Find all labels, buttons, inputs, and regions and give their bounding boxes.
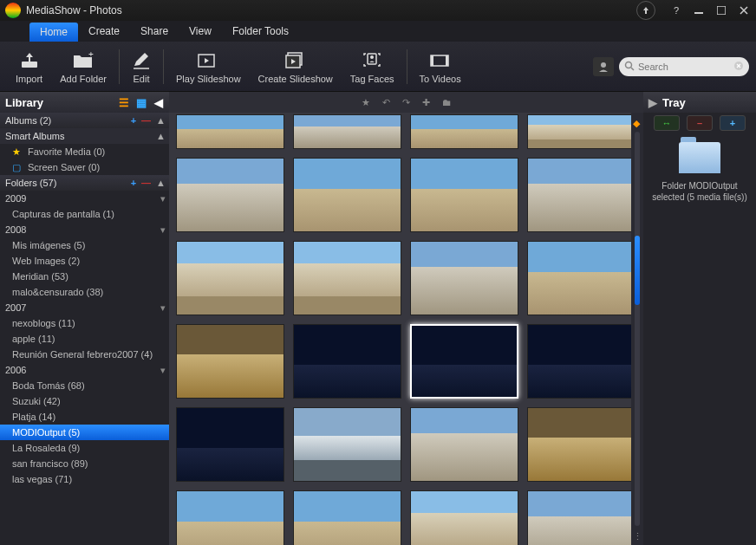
albums-section[interactable]: Albums (2) +—▲ [0, 113, 169, 128]
tag-faces-button[interactable]: Tag Faces [342, 42, 403, 91]
svg-point-8 [370, 55, 374, 59]
thumbnail[interactable] [527, 241, 635, 315]
remove-album-icon[interactable]: — [141, 115, 151, 126]
thumbnail[interactable] [410, 490, 518, 545]
tray-remove-button[interactable]: – [687, 115, 713, 131]
collapse-icon[interactable]: ▲ [156, 178, 166, 188]
thumbnail[interactable] [176, 407, 284, 482]
thumbnail[interactable] [293, 241, 401, 315]
tray-panel: ▶ Tray ↔ – + Folder MODIOutput selected … [643, 92, 756, 545]
sidebar: Library ☰ ▦ ◀ Albums (2) +—▲ Smart Album… [0, 92, 169, 545]
folder-item[interactable]: Web Images (2) [0, 253, 169, 269]
menu-create[interactable]: Create [78, 21, 130, 42]
tray-add-button[interactable]: ↔ [654, 115, 680, 131]
folder-year[interactable]: 2007▾ [0, 300, 169, 315]
thumbnail[interactable] [176, 158, 284, 232]
play-slideshow-label: Play Slideshow [176, 74, 241, 84]
thumbnail[interactable] [527, 114, 635, 149]
edit-button[interactable]: Edit [123, 42, 160, 91]
collapse-icon[interactable]: ▲ [156, 115, 166, 126]
folder-item[interactable]: nexoblogs (11) [0, 315, 169, 331]
upload-button[interactable] [636, 1, 655, 20]
view-list-icon[interactable]: ☰ [117, 95, 131, 109]
thumbnail[interactable] [527, 158, 635, 232]
folder-item[interactable]: las vegas (71) [0, 471, 169, 487]
create-slideshow-button[interactable]: Create Slideshow [250, 42, 342, 91]
folder-item[interactable]: Reunión General febrero2007 (4) [0, 347, 169, 362]
favorite-icon[interactable]: ★ [362, 97, 370, 108]
folders-section[interactable]: Folders (57) +—▲ [0, 175, 169, 191]
folder-item[interactable]: san francisco (89) [0, 456, 169, 471]
timeline-scrollbar[interactable]: ◆ ⋮ [631, 113, 643, 545]
svg-rect-2 [22, 62, 37, 68]
search-input[interactable] [619, 57, 749, 76]
minimize-button[interactable] [692, 3, 706, 17]
rotate-left-icon[interactable]: ↶ [382, 97, 390, 108]
folder-item[interactable]: Meridian (53) [0, 269, 169, 284]
folder-item[interactable]: Capturas de pantalla (1) [0, 206, 169, 222]
thumbnail[interactable] [410, 114, 518, 149]
thumbnail-selected[interactable] [410, 324, 518, 399]
folder-item[interactable]: apple (11) [0, 331, 169, 347]
add-album-icon[interactable]: + [131, 115, 136, 126]
folder-item[interactable]: malo&censurado (38) [0, 284, 169, 300]
collapse-sidebar-icon[interactable]: ◀ [152, 95, 166, 109]
thumbnail[interactable] [410, 241, 518, 315]
expand-tray-icon[interactable]: ▶ [648, 96, 657, 109]
thumbnail[interactable] [176, 114, 284, 149]
folder-item[interactable]: Boda Tomás (68) [0, 378, 169, 393]
folder-item[interactable]: La Rosaleda (9) [0, 440, 169, 456]
thumbnail[interactable] [176, 324, 284, 399]
collapse-icon[interactable]: ▲ [156, 131, 166, 141]
thumbnail[interactable] [293, 324, 401, 399]
maximize-button[interactable] [714, 3, 728, 17]
to-videos-label: To Videos [420, 74, 461, 84]
menu-home[interactable]: Home [29, 23, 78, 42]
scrollbar-thumb[interactable] [635, 236, 640, 305]
thumbnail[interactable] [293, 490, 401, 545]
thumbnail[interactable] [176, 490, 284, 545]
face-filter-button[interactable] [593, 57, 614, 76]
share-icon[interactable]: ✚ [422, 97, 430, 108]
rotate-right-icon[interactable]: ↷ [402, 97, 410, 108]
menu-view[interactable]: View [179, 21, 222, 42]
folder-year[interactable]: 2009▾ [0, 191, 169, 206]
add-folder-icon[interactable]: + [131, 178, 136, 188]
scrollbar-track[interactable] [635, 132, 640, 526]
thumbnail[interactable] [527, 407, 635, 482]
to-videos-button[interactable]: To Videos [411, 42, 470, 91]
svg-rect-1 [717, 6, 726, 15]
thumbnail[interactable] [410, 158, 518, 232]
screen-saver-item[interactable]: ▢Screen Saver (0) [0, 159, 169, 175]
smart-albums-section[interactable]: Smart Albums ▲ [0, 128, 169, 144]
folder-item[interactable]: MODIOutput (5) [0, 425, 169, 440]
view-grid-icon[interactable]: ▦ [134, 95, 148, 109]
folder-item[interactable]: Platja (14) [0, 409, 169, 425]
folder-year[interactable]: 2006▾ [0, 362, 169, 378]
thumbnail[interactable] [176, 241, 284, 315]
thumbnail[interactable] [527, 490, 635, 545]
thumbnail[interactable] [527, 324, 635, 399]
import-button[interactable]: Import [7, 42, 51, 91]
play-slideshow-button[interactable]: Play Slideshow [167, 42, 250, 91]
thumbnail[interactable] [293, 114, 401, 149]
folder-icon[interactable] [679, 142, 720, 173]
folder-item[interactable]: Suzuki (42) [0, 393, 169, 409]
menu-share[interactable]: Share [130, 21, 179, 42]
add-folder-button[interactable]: + Add Folder [51, 42, 115, 91]
folder-action-icon[interactable]: 🖿 [442, 97, 452, 107]
thumbnail[interactable] [293, 407, 401, 482]
smart-albums-label: Smart Albums [5, 131, 64, 141]
help-button[interactable]: ? [669, 3, 683, 17]
thumbnail[interactable] [410, 407, 518, 482]
remove-folder-icon[interactable]: — [141, 178, 151, 188]
thumbnail[interactable] [293, 158, 401, 232]
favorite-media-item[interactable]: ★Favorite Media (0) [0, 144, 169, 159]
svg-rect-10 [431, 55, 433, 66]
menu-folder-tools[interactable]: Folder Tools [222, 21, 299, 42]
folder-year[interactable]: 2008▾ [0, 222, 169, 237]
clear-search-icon[interactable] [733, 61, 744, 71]
close-button[interactable] [737, 3, 751, 17]
folder-item[interactable]: Mis imágenes (5) [0, 237, 169, 253]
tray-new-button[interactable]: + [720, 115, 746, 131]
